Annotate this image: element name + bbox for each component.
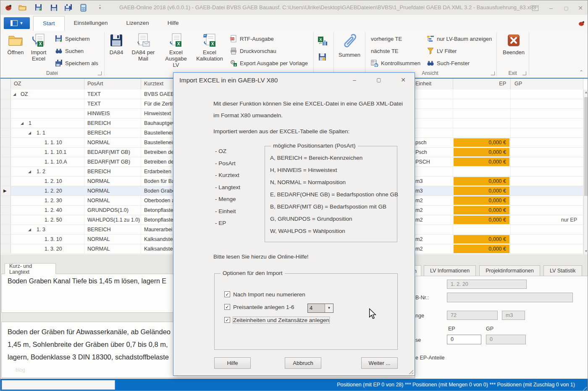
checkbox-label[interactable]: Preisanteile anlegen 1-6	[233, 304, 294, 310]
app-menu-button[interactable]: ▼	[4, 17, 30, 29]
exit-dialog-launcher-icon[interactable]	[522, 71, 526, 75]
cell-oz	[11, 109, 84, 118]
excel-lv-button[interactable]: X Excel Ausgabe LV	[162, 32, 190, 68]
ribbon-tab-einstellungen[interactable]: Einstellungen	[65, 16, 117, 31]
menge-label: nge	[415, 313, 424, 319]
checkbox-icon[interactable]: ✓	[224, 291, 230, 297]
qat-save-import-icon[interactable]	[34, 3, 43, 12]
expander-icon[interactable]: ◢	[21, 119, 24, 128]
expander-icon[interactable]: ◢	[28, 167, 31, 176]
expander-icon[interactable]: ◢	[13, 90, 16, 99]
save-summen-button[interactable]	[318, 53, 327, 62]
ribbon-tab-start[interactable]: Start	[33, 16, 65, 31]
svg-text:X: X	[319, 37, 322, 42]
preisanteile-dropdown[interactable]: 4 ▼	[307, 304, 333, 313]
resize-grip-icon[interactable]	[582, 386, 587, 391]
header-ep[interactable]: EP	[453, 79, 511, 89]
excel-kalk-button[interactable]: X Excel Kalkulation	[194, 32, 226, 62]
expander-icon[interactable]: ◢	[28, 225, 31, 234]
ribbon-tab-hilfe[interactable]: Hilfe	[158, 16, 188, 31]
ribbon-tab-lizenzen[interactable]: Lizenzen	[117, 16, 158, 31]
info-tab-lv-statistik[interactable]: LV Statistik	[543, 265, 582, 276]
header-oz[interactable]: OZ	[11, 79, 84, 89]
datei-dialog-launcher-icon[interactable]	[98, 71, 102, 75]
cancel-button[interactable]: Abbruch	[285, 357, 321, 369]
qat-open-icon[interactable]	[18, 3, 27, 12]
ep-input[interactable]: 0	[447, 335, 481, 344]
qat-save-all-icon[interactable]	[63, 3, 73, 12]
dialog-minimize-button[interactable]: –	[349, 75, 360, 85]
save-icon	[55, 35, 63, 42]
dropdown-arrow-icon[interactable]: ▼	[325, 304, 333, 312]
save-button[interactable]: Speichern	[55, 34, 90, 43]
menge-field[interactable]: 72	[447, 311, 498, 320]
excel-kalk-label: Excel Kalkulation	[194, 49, 226, 62]
rtf-output-button[interactable]: RTF RTF-Ausgabe	[230, 34, 274, 43]
ribbon-display-options-icon[interactable]	[529, 4, 541, 12]
scroll-down-icon[interactable]: ▼	[584, 248, 588, 254]
lv-filter-button[interactable]: LV Filter	[427, 46, 457, 55]
dialog-import-line: Importiert werden aus der EXCEL-Tabelle …	[213, 128, 349, 135]
scrollbar-thumb[interactable]	[584, 97, 588, 196]
next-te-button[interactable]: nächste TE	[371, 46, 399, 55]
import-excel-button[interactable]: X Import Excel	[27, 32, 50, 62]
info-tab-lv-informationen[interactable]: LV Informationen	[424, 265, 476, 276]
minimize-button[interactable]: –	[545, 4, 557, 12]
expander-icon[interactable]: ◢	[28, 128, 31, 137]
print-preview-button[interactable]: Druckvorschau	[230, 46, 276, 55]
checkbox-icon[interactable]: ✓	[224, 317, 230, 323]
checkbox-label[interactable]: Nach Import neu numerieren	[233, 291, 305, 298]
qat-save-icon[interactable]	[49, 3, 58, 12]
next-button[interactable]: Weiter ...	[361, 357, 398, 369]
search-window-button[interactable]: Such-Fenster	[427, 58, 470, 68]
import-column-item: - Langtext	[215, 184, 240, 190]
prev-te-button[interactable]: vorherige TE	[371, 34, 402, 43]
quit-button[interactable]: Beenden	[501, 32, 526, 55]
app-logo-ladybug-icon[interactable]	[4, 3, 13, 12]
header-einheit[interactable]: Einheit	[410, 79, 453, 89]
oz-display-field[interactable]: 1. 2. 20	[447, 280, 527, 289]
excel-statistics-button[interactable]: X	[318, 37, 328, 46]
open-button[interactable]: Öffnen	[5, 32, 26, 55]
cell-oz-text: 1. 2. 20	[45, 186, 62, 196]
stlb-field[interactable]	[447, 293, 573, 302]
vertical-scrollbar[interactable]: ▲ ▼	[583, 90, 588, 254]
header-gp[interactable]: GP	[511, 79, 583, 89]
gp-field[interactable]: 0	[486, 335, 526, 344]
kontrollsummen-button[interactable]: Kontrollsummen	[371, 58, 420, 68]
dialog-maximize-button[interactable]: ▢	[373, 75, 384, 85]
collapse-ribbon-icon[interactable]: ⌃	[579, 69, 583, 75]
tree-view-icon	[427, 35, 434, 42]
checkbox-label[interactable]: Zeiteinheiten und Zeitansätze anlegen	[233, 317, 329, 323]
info-panel-tabs: LV InformationenProjektinformationenLV S…	[424, 265, 582, 276]
qat-overflow-icon[interactable]: ▾	[95, 3, 105, 12]
summen-button[interactable]: Summen	[336, 32, 362, 58]
dialog-resize-grip-icon[interactable]	[407, 368, 413, 374]
search-button[interactable]: Suchen	[55, 46, 84, 55]
document-mail-icon	[136, 32, 150, 48]
info-tab-projektinformationen[interactable]: Projektinformationen	[479, 265, 540, 276]
summen-label: Summen	[339, 52, 360, 58]
tab-kurz-und-langtext[interactable]: Kurz- und Langtext	[5, 263, 56, 274]
row-indicator-cell	[0, 109, 11, 118]
ep-anteile-note: e EP-Anteile	[415, 355, 444, 361]
da84-button[interactable]: DA84	[106, 32, 126, 55]
qat-calculator-icon[interactable]	[79, 3, 88, 12]
dialog-close-button[interactable]: ✕	[398, 75, 409, 85]
ansicht-dialog-launcher-icon[interactable]	[491, 71, 495, 75]
save-as-button[interactable]: Speichern als	[55, 58, 98, 68]
cell-ep	[453, 225, 511, 234]
export-template-button[interactable]: X Export Ausgabe per Vorlage	[230, 58, 308, 68]
cell-ep: 0,000 €	[453, 235, 511, 244]
scroll-up-icon[interactable]: ▲	[584, 90, 588, 95]
einheit-field[interactable]: m3	[502, 311, 525, 320]
checkbox-icon[interactable]: ✓	[224, 304, 230, 310]
next-te-label: nächste TE	[371, 48, 399, 54]
lv-tree-button[interactable]: nur LV-Baum anzeigen	[427, 34, 492, 43]
excel-chart-icon: X	[318, 36, 328, 46]
header-posart[interactable]: PosArt	[84, 79, 141, 89]
maximize-button[interactable]: ▢	[560, 4, 572, 12]
help-button[interactable]: Hilfe	[214, 357, 251, 369]
close-button[interactable]: ✕	[574, 4, 587, 12]
da84-mail-button[interactable]: DA84 per Mail	[130, 32, 157, 62]
